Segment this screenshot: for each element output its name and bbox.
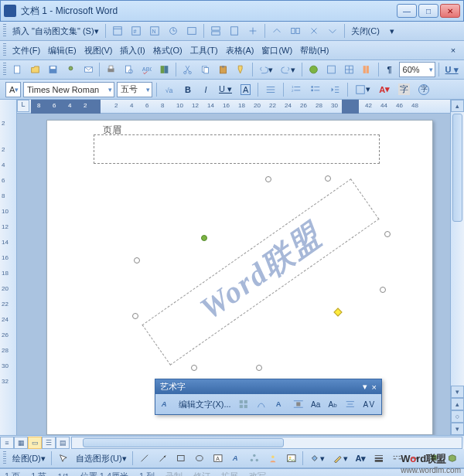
insert-autotext-button[interactable]: 插入 "自动图文集" (S) ▾ [9,23,102,39]
line-color-button[interactable]: ▾ [329,450,351,466]
italic-button[interactable]: I [198,82,213,97]
close-button[interactable]: ✕ [440,4,460,18]
header-tb-icon-8[interactable] [244,23,261,39]
scroll-thumb[interactable] [452,114,462,222]
style-combo[interactable]: A [5,82,21,97]
oval-button[interactable] [191,450,208,466]
maximize-button[interactable]: □ [418,4,438,18]
print-button[interactable] [103,62,119,77]
print-view-button[interactable]: ▭ [28,437,42,449]
wordart-object[interactable]: Word联盟 [137,179,384,365]
print-preview-button[interactable] [121,62,137,77]
vertical-text-button[interactable]: Ab [325,396,340,412]
select-objects-button[interactable] [55,450,72,466]
arrow-button[interactable] [155,450,172,466]
char-shading-button[interactable]: 字 [395,82,413,97]
underline-button-2[interactable]: U ▾ [216,82,235,97]
header-tb-icon-3[interactable]: N [146,23,163,39]
insert-table-button[interactable] [341,62,357,77]
web-view-button[interactable]: ▦ [14,437,28,449]
resize-handle[interactable] [132,313,138,319]
textbox-button[interactable]: A [210,450,227,466]
decrease-indent-button[interactable] [326,82,343,97]
menu-help[interactable]: 帮助(H) [297,43,332,58]
undo-button[interactable]: ▾ [256,62,277,77]
insert-wordart-button-2[interactable]: A [228,450,245,466]
resize-handle[interactable] [384,231,391,237]
vertical-ruler[interactable]: 2 2 4 6 8 10 12 14 16 18 20 22 24 26 28 … [0,100,17,435]
bullets-button[interactable] [307,82,324,97]
menu-close-doc-button[interactable]: × [445,42,461,58]
permission-button[interactable] [63,62,79,77]
rotate-handle[interactable] [201,235,207,241]
header-tb-icon-4[interactable] [165,23,182,39]
email-button[interactable] [80,62,97,77]
format-wordart-button[interactable] [253,396,270,412]
font-combo[interactable]: Times New Roman [23,82,114,97]
toolbar-options-icon[interactable]: ▾ [384,23,400,39]
research-button[interactable] [156,62,172,77]
line-button[interactable] [136,450,153,466]
header-tb-icon-7[interactable] [226,23,243,39]
scroll-thumb[interactable] [83,438,284,447]
border-button[interactable]: ▾ [352,82,374,97]
show-hide-button[interactable]: ¶ [382,62,397,77]
enclose-char-button[interactable]: 字 [415,82,432,97]
autoshapes-button[interactable]: 自选图形(U) ▾ [73,450,129,466]
toolbar-grip[interactable] [3,43,6,57]
horizontal-ruler[interactable]: L 8 6 4 2 2 4 6 8 10 12 14 16 18 20 22 2… [17,100,450,114]
format-painter-button[interactable] [233,62,249,77]
new-button[interactable] [9,62,26,77]
insert-wordart-button[interactable]: A [158,396,175,412]
rectangle-button[interactable] [172,450,189,466]
numbering-button[interactable]: 12 [288,82,305,97]
vertical-scrollbar[interactable]: ▴ ▾ ▴ ○ ▾ [450,100,464,435]
open-button[interactable] [27,62,43,77]
toolbar-close-icon[interactable]: × [372,382,377,392]
outline-view-button[interactable]: ☰ [42,437,56,449]
same-letter-heights-button[interactable]: Aa [308,396,323,412]
toolbar-options-icon[interactable]: ▾ [363,382,367,392]
menu-format[interactable]: 格式(O) [150,43,186,58]
insert-picture-button[interactable] [283,450,300,466]
font-size-combo[interactable]: 五号 [117,82,152,97]
cut-button[interactable] [179,62,196,77]
save-button[interactable] [45,62,61,77]
redo-button[interactable]: ▾ [278,62,299,77]
normal-view-button[interactable]: ≡ [0,437,14,449]
header-tb-icon-10[interactable] [287,23,304,39]
menu-tools[interactable]: 工具(T) [187,43,221,58]
draw-menu-button[interactable]: 绘图(D) ▾ [9,450,48,466]
text-wrapping-button[interactable] [290,396,307,412]
menu-file[interactable]: 文件(F) [9,43,43,58]
toolbar-grip[interactable] [3,451,6,465]
char-spacing-button[interactable]: AV [360,396,379,412]
header-tb-icon-5[interactable] [183,23,200,39]
wordart-gallery-button[interactable] [235,396,252,412]
header-tb-icon-2[interactable]: # [128,23,145,39]
minimize-button[interactable]: — [397,4,417,18]
toolbar-grip[interactable] [3,63,6,76]
scroll-up-button[interactable]: ▴ [451,100,464,112]
scroll-down-button[interactable]: ▾ [451,386,464,398]
browse-prev-button[interactable]: ▴ [451,398,464,410]
paste-button[interactable] [215,62,231,77]
spellcheck-button[interactable]: ABC [138,62,155,77]
wordart-toolbar-title[interactable]: 艺术字 ▾ × [155,379,381,394]
fill-color-button[interactable]: ▾ [306,450,328,466]
header-tb-icon-9[interactable] [268,23,285,39]
hyperlink-button[interactable] [305,62,322,77]
header-close-button[interactable]: 关闭(C) [348,23,383,39]
underline-button[interactable]: U ▾ [442,62,461,77]
resize-handle[interactable] [256,365,262,371]
header-tb-icon-6[interactable] [207,23,224,39]
columns-button[interactable] [359,62,375,77]
adjust-handle[interactable] [333,308,342,316]
header-tb-icon-1[interactable] [109,23,126,39]
menu-insert[interactable]: 插入(I) [117,43,148,58]
clipart-button[interactable] [264,450,281,466]
alignment-button[interactable] [342,396,359,412]
browse-next-button[interactable]: ▾ [451,423,464,435]
browse-select-button[interactable]: ○ [451,410,464,423]
header-tb-icon-12[interactable] [324,23,341,39]
